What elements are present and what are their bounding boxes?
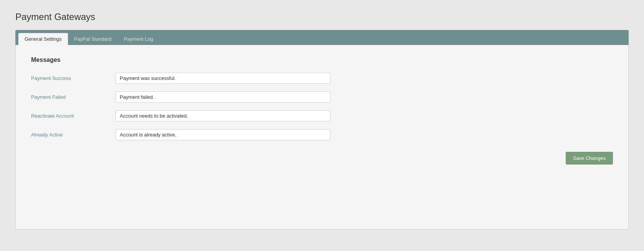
reactivate-account-input[interactable] bbox=[116, 110, 330, 121]
payment-success-input[interactable] bbox=[116, 73, 330, 84]
payment-failed-label: Payment Failed bbox=[31, 94, 116, 100]
tab-general-settings[interactable]: General Settings bbox=[18, 33, 68, 45]
page-title: Payment Gateways bbox=[15, 12, 629, 22]
reactivate-account-label: Reactivate Account bbox=[31, 113, 116, 119]
tab-payment-log[interactable]: Payment Log bbox=[117, 33, 159, 45]
form-row-payment-failed: Payment Failed bbox=[31, 91, 613, 103]
tab-bar: General Settings PayPal Standard Payment… bbox=[15, 30, 629, 229]
already-active-input[interactable] bbox=[116, 129, 330, 140]
tab-container: General Settings PayPal Standard Payment… bbox=[15, 30, 629, 45]
tab-content-general-settings: Messages Payment Success Payment Failed … bbox=[15, 45, 629, 229]
save-changes-button[interactable]: Save Changes bbox=[566, 152, 613, 165]
messages-section-title: Messages bbox=[31, 57, 613, 63]
form-row-payment-success: Payment Success bbox=[31, 73, 613, 84]
button-row: Save Changes bbox=[31, 152, 613, 165]
already-active-label: Already Active bbox=[31, 132, 116, 138]
form-row-already-active: Already Active bbox=[31, 129, 613, 140]
form-row-reactivate-account: Reactivate Account bbox=[31, 110, 613, 121]
tab-paypal-standard[interactable]: PayPal Standard bbox=[68, 33, 118, 45]
payment-failed-input[interactable] bbox=[116, 91, 330, 103]
payment-success-label: Payment Success bbox=[31, 75, 116, 81]
